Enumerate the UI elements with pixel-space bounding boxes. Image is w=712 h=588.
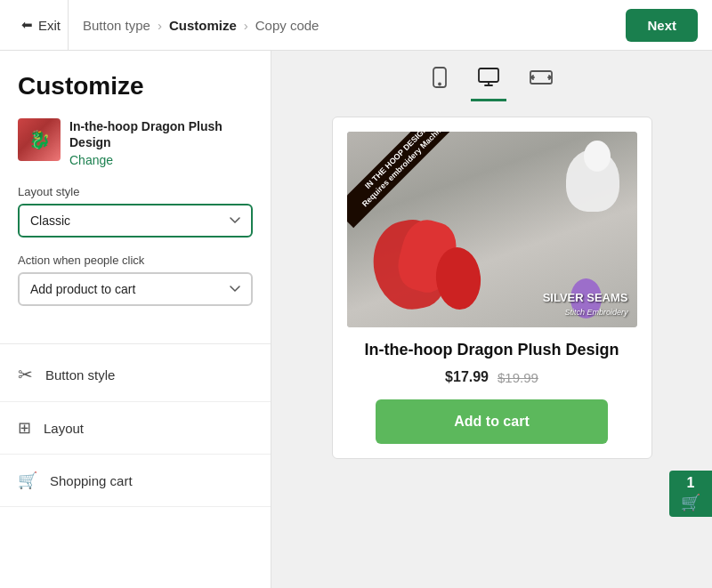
product-card-preview: IN THE HOOP DESIGNRequires embroidery Ma… [332, 117, 652, 459]
breadcrumb-step3: Copy code [255, 18, 320, 33]
breadcrumb-step1: Button type [83, 18, 150, 33]
cart-icon: 🛒 [681, 493, 700, 512]
preview-area: IN THE HOOP DESIGNRequires embroidery Ma… [271, 51, 712, 588]
brand-watermark: SILVER SEAMSStitch Embroidery [543, 291, 628, 318]
product-info: 🐉 In-the-hoop Dragon Plush Design Change [18, 118, 253, 167]
layout-icon: ⊞ [18, 418, 31, 438]
action-label: Action when people click [18, 254, 253, 267]
svg-point-1 [439, 84, 441, 85]
sidebar-top: Customize 🐉 In-the-hoop Dragon Plush Des… [0, 51, 271, 340]
shopping-cart-icon: 🛒 [18, 471, 37, 490]
product-name: In-the-hoop Dragon Plush Design [69, 118, 253, 150]
layout-style-label: Layout style [18, 185, 253, 198]
exit-button[interactable]: ⬅ Exit [14, 0, 69, 50]
add-to-cart-button[interactable]: Add to cart [376, 399, 608, 444]
sidebar-divider-1 [0, 343, 271, 344]
sidebar-item-shopping-cart[interactable]: 🛒 Shopping cart [0, 455, 271, 507]
sidebar-item-layout[interactable]: ⊞ Layout [0, 402, 271, 455]
svg-rect-2 [479, 68, 498, 82]
device-desktop-button[interactable] [471, 64, 506, 101]
device-toolbar [289, 51, 694, 102]
main-content: Customize 🐉 In-the-hoop Dragon Plush Des… [0, 51, 712, 588]
action-field: Action when people click Add product to … [18, 254, 253, 306]
card-price-row: $17.99 $19.99 [347, 369, 637, 385]
device-wide-button[interactable] [522, 65, 560, 101]
action-select[interactable]: Add product to cart Buy now View product [18, 272, 253, 306]
layout-style-field: Layout style Classic Modern Minimal [18, 185, 253, 238]
layout-label: Layout [44, 421, 84, 436]
card-price-current: $17.99 [445, 369, 489, 385]
breadcrumb: Button type › Customize › Copy code [83, 18, 615, 33]
button-style-label: Button style [45, 367, 115, 383]
device-mobile-button[interactable] [425, 63, 455, 102]
exit-label: Exit [38, 18, 61, 33]
card-image-inner: IN THE HOOP DESIGNRequires embroidery Ma… [347, 132, 637, 327]
product-change-link[interactable]: Change [69, 153, 253, 167]
breadcrumb-sep1: › [158, 18, 162, 33]
shopping-cart-label: Shopping cart [50, 473, 133, 488]
card-product-name: In-the-hoop Dragon Plush Design [347, 340, 637, 360]
cart-count: 1 [687, 475, 695, 491]
exit-icon: ⬅ [21, 17, 33, 33]
layout-style-select[interactable]: Classic Modern Minimal [18, 204, 253, 238]
button-style-icon: ✂ [18, 364, 33, 385]
sidebar-item-button-style[interactable]: ✂ Button style [0, 348, 271, 402]
product-card-image: IN THE HOOP DESIGNRequires embroidery Ma… [347, 132, 637, 327]
cart-badge[interactable]: 1 🛒 [669, 471, 712, 517]
app-header: ⬅ Exit Button type › Customize › Copy co… [0, 0, 712, 51]
product-thumbnail: 🐉 [18, 118, 61, 161]
breadcrumb-sep2: › [244, 18, 248, 33]
next-button[interactable]: Next [626, 9, 698, 42]
card-price-old: $19.99 [498, 370, 538, 385]
product-thumb-image: 🐉 [18, 118, 61, 161]
sidebar-title: Customize [18, 72, 253, 101]
breadcrumb-step2: Customize [169, 18, 237, 33]
product-details: In-the-hoop Dragon Plush Design Change [69, 118, 253, 167]
sidebar: Customize 🐉 In-the-hoop Dragon Plush Des… [0, 51, 271, 588]
